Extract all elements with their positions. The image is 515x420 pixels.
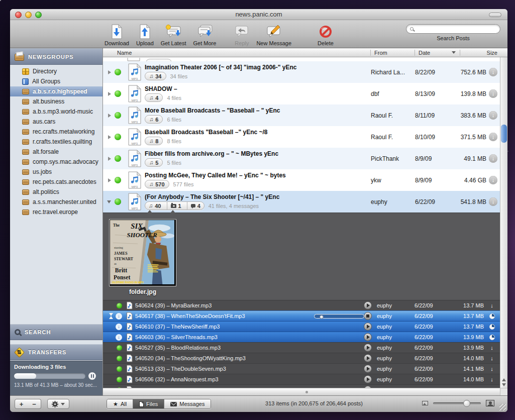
file-count-badge[interactable]: ♫5 xyxy=(145,158,163,167)
slider-thumb[interactable] xyxy=(320,315,324,319)
sidebar-item-group[interactable]: a.s.s.manchester.united xyxy=(10,197,102,207)
upload-button[interactable]: Upload xyxy=(136,24,154,46)
disclosure-triangle-open-icon[interactable] xyxy=(103,200,111,203)
disclosure-triangle-icon[interactable] xyxy=(103,114,111,118)
vertical-scrollbar[interactable] xyxy=(500,57,507,388)
sidebar-item-group[interactable]: rec.crafts.metalworking xyxy=(10,127,102,137)
new-message-button[interactable]: New Message xyxy=(256,24,291,46)
sidebar-item-group[interactable]: r.crafts.textiles.quilting xyxy=(10,137,102,147)
window-resize-grip[interactable] xyxy=(499,404,506,410)
sidebar-item-group[interactable]: alt.forsale xyxy=(10,147,102,157)
play-file-button[interactable] xyxy=(359,344,377,352)
file-row-queued[interactable]: ↓ 540610 (37) – TheNewSheriff.mp3 euphy … xyxy=(103,321,500,332)
pause-transfers-button[interactable] xyxy=(88,372,96,380)
disclosure-triangle-icon[interactable] xyxy=(103,70,111,74)
content-count-badge[interactable]: ♫40 1 4 xyxy=(145,201,204,210)
download-post-button[interactable]: ↓ xyxy=(486,154,500,163)
disclosure-triangle-icon[interactable] xyxy=(103,92,111,96)
zoom-slider-thumb[interactable] xyxy=(463,400,470,407)
post-row[interactable]: MP3 Fibber fills from archive.org – " ~ … xyxy=(103,148,500,169)
vertical-scrollbar-thumb[interactable] xyxy=(501,125,507,143)
newsgroups-header[interactable]: NEWSGROUPS xyxy=(10,48,102,65)
post-row[interactable]: MP3 Baseball Broadcasts "Baseball –" yEn… xyxy=(103,126,500,148)
play-file-button[interactable] xyxy=(359,323,377,331)
remove-group-button[interactable]: − xyxy=(28,399,41,409)
search-input[interactable] xyxy=(416,26,491,32)
toolbar-toggle-button[interactable] xyxy=(489,13,501,17)
play-file-button[interactable] xyxy=(359,354,377,362)
sidebar-item-group[interactable]: rec.pets.cats.anecdotes xyxy=(10,177,102,187)
post-row[interactable]: MP3 Imagination Theater 2006 [~ of 34] "… xyxy=(103,61,500,83)
download-post-button[interactable]: ↓ xyxy=(486,89,500,98)
sidebar-item-group[interactable]: aus.cars xyxy=(10,117,102,127)
download-file-button[interactable]: ↓ xyxy=(484,377,500,382)
file-row[interactable]: 540520 (34) – TheShootingOfWyattKing.mp3… xyxy=(103,353,500,363)
file-row[interactable]: 540513 (33) – TheDoubleSeven.mp3 euphy 6… xyxy=(103,363,500,374)
title-bar[interactable]: news.panic.com xyxy=(10,9,507,20)
music-count-segment[interactable]: ♫40 xyxy=(145,202,165,209)
file-count-badge[interactable]: ♫570 xyxy=(145,180,169,188)
scroll-down-arrow-icon[interactable] xyxy=(502,383,506,386)
download-post-button[interactable]: ↓ xyxy=(486,68,500,76)
get-latest-button[interactable]: Get Latest xyxy=(161,24,186,46)
scroll-up-arrow-icon[interactable] xyxy=(502,378,506,381)
sidebar-item-group[interactable]: alt.business xyxy=(10,96,102,107)
column-header-from[interactable]: From xyxy=(370,50,415,56)
album-art-thumbnail[interactable]: The SIX SHOOTER starring JAMES STEWART a… xyxy=(110,220,176,286)
download-post-button[interactable]: ↓ xyxy=(486,176,500,184)
filter-all-button[interactable]: ★All xyxy=(107,399,133,408)
column-header-date[interactable]: Date xyxy=(415,50,460,56)
file-row-queued[interactable]: ↓ 540603 (36) – SilverThreads.mp3 euphy … xyxy=(103,332,500,342)
thumbnail-zoom-slider[interactable] xyxy=(433,402,481,404)
column-header-size[interactable]: Size xyxy=(460,50,507,56)
file-row[interactable]: 540624 (39) – MyraBarker.mp3 euphy 6/22/… xyxy=(103,300,500,310)
sidebar-item-group[interactable]: comp.sys.mac.advocacy xyxy=(10,157,102,167)
file-count-badge[interactable]: ♫34 xyxy=(145,72,166,80)
download-file-button[interactable]: ↓ xyxy=(484,303,500,308)
sidebar-item-all-groups[interactable]: All Groups xyxy=(10,76,102,86)
search-field[interactable] xyxy=(406,24,500,34)
sidebar-item-group[interactable]: alt.politics xyxy=(10,187,102,197)
download-post-button[interactable]: ↓ xyxy=(486,133,500,141)
file-row-downloading[interactable]: ↓ 540617 (38) – WhenTheShoeDoesn'tFit.mp… xyxy=(103,310,500,321)
playback-progress-slider[interactable] xyxy=(314,314,364,319)
download-post-button[interactable]: ↓ xyxy=(486,197,500,206)
download-button[interactable]: Download xyxy=(105,24,129,46)
file-row[interactable]: 540506 (32) – AnnaNorquest.mp3 euphy 6/2… xyxy=(103,374,500,384)
play-file-button[interactable] xyxy=(359,333,377,341)
file-count-badge[interactable]: ♫8 xyxy=(145,137,163,145)
column-header-name[interactable]: Name xyxy=(103,50,370,56)
post-row[interactable]: MP3 SHADOW – ♫44 files dbf 8/13/09 139.8… xyxy=(103,83,500,104)
download-file-button[interactable]: ↓ xyxy=(484,366,500,372)
photo-count-segment[interactable]: 1 xyxy=(167,202,185,209)
message-count-segment[interactable]: 4 xyxy=(187,202,204,209)
action-menu-button[interactable] xyxy=(47,399,69,409)
sidebar-item-group-selected[interactable]: a.b.s.r.o.highspeed xyxy=(10,86,102,96)
add-group-button[interactable]: + xyxy=(15,399,28,409)
sidebar-item-group[interactable]: rec.travel.europe xyxy=(10,207,102,217)
file-count-badge[interactable]: ♫4 xyxy=(145,93,163,102)
horizontal-scrollbar[interactable] xyxy=(103,388,500,395)
download-file-button[interactable]: ↓ xyxy=(484,356,500,361)
play-file-button[interactable] xyxy=(359,301,377,309)
get-more-button[interactable]: Get More xyxy=(193,24,217,46)
delete-button[interactable]: Delete xyxy=(318,24,334,46)
partial-post-row[interactable] xyxy=(103,58,500,61)
play-file-button[interactable] xyxy=(359,375,377,383)
file-count-badge[interactable]: ♫6 xyxy=(145,115,163,124)
disclosure-triangle-icon[interactable] xyxy=(103,178,111,182)
disclosure-triangle-icon[interactable] xyxy=(103,135,111,139)
search-section-header[interactable]: SEARCH xyxy=(10,324,102,340)
download-post-button[interactable]: ↓ xyxy=(486,111,500,120)
post-row[interactable]: MP3 More Baseball Broadcasts – "Baseball… xyxy=(103,104,500,126)
post-row-selected[interactable]: MP3 (For Anybody – The Six Shooter [~/41… xyxy=(103,191,500,213)
sidebar-item-group[interactable]: a.b.s.mp3.world-music xyxy=(10,107,102,117)
reply-button[interactable]: Reply xyxy=(234,24,249,46)
download-file-button[interactable]: ↓ xyxy=(484,345,500,351)
transfers-section-header[interactable]: ⇅ TRANSFERS xyxy=(10,344,102,360)
filter-messages-button[interactable]: Messages xyxy=(164,399,211,408)
play-file-button[interactable] xyxy=(359,365,377,373)
post-row[interactable]: MP3 Posting McGee, They Called Me! – yEn… xyxy=(103,169,500,191)
sidebar-item-group[interactable]: us.jobs xyxy=(10,167,102,177)
sidebar-item-directory[interactable]: Directory xyxy=(10,66,102,76)
